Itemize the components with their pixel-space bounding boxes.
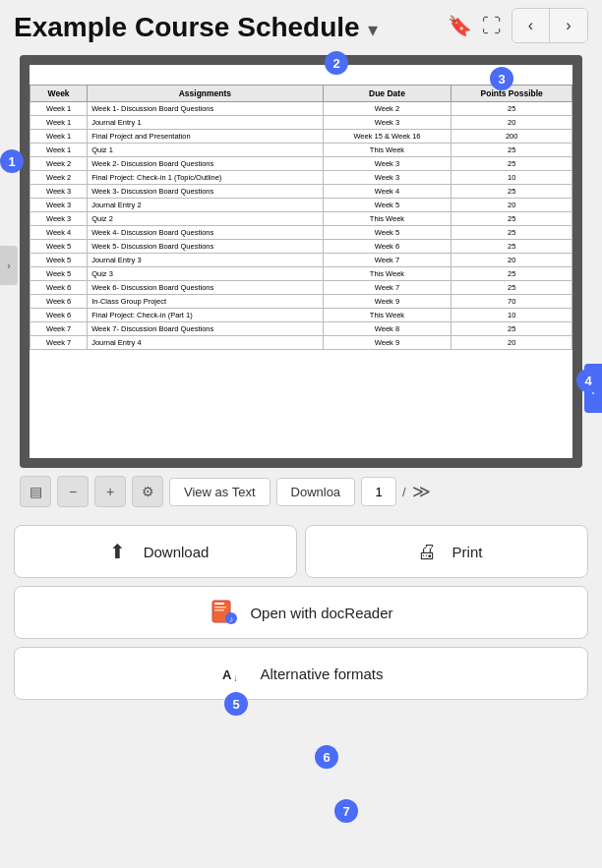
table-cell: Week 3 [30,185,88,199]
svg-rect-1 [214,603,224,605]
schedule-table: Week Assignments Due Date Points Possibl… [30,85,572,350]
table-row: Week 1Journal Entry 1Week 320 [30,116,572,130]
table-cell: 20 [452,336,572,350]
table-cell: 25 [452,267,572,281]
badge-5: 5 [224,692,248,716]
download-button[interactable]: ⬆ Download [14,525,297,578]
table-cell: Quiz 2 [88,212,323,226]
toolbar: ▤ − + ⚙ View as Text Downloa / ≫ [0,468,602,515]
download-print-row: ⬆ Download 🖨 Print [14,525,588,578]
table-row: Week 7Week 7- Discussion Board Questions… [30,322,572,336]
svg-text:A: A [222,667,232,682]
zoom-out-btn[interactable]: − [57,476,89,507]
table-cell: Journal Entry 4 [88,336,323,350]
left-sidebar-toggle[interactable]: › [0,246,18,285]
print-label: Print [452,544,483,560]
settings-btn[interactable]: ⚙ [132,476,163,507]
table-cell: Quiz 3 [88,267,323,281]
table-row: Week 5Quiz 3This Week25 [30,267,572,281]
table-header-row: Week Assignments Due Date Points Possibl… [30,86,572,102]
badge-7: 7 [334,799,358,823]
table-cell: Journal Entry 3 [88,254,323,267]
alt-formats-button[interactable]: A ↓ Alternative formats [14,647,588,700]
zoom-in-btn[interactable]: + [94,476,126,507]
page-separator: / [402,485,406,499]
table-cell: 25 [452,212,572,226]
table-cell: 70 [452,295,572,309]
table-row: Week 1Quiz 1This Week25 [30,144,572,157]
table-cell: 20 [452,116,572,130]
page-title: Example Course Schedule [14,12,360,43]
table-cell: Week 3- Discussion Board Questions [88,185,323,199]
print-icon: 🖨 [411,536,443,567]
table-cell: This Week [323,212,452,226]
view-as-text-button[interactable]: View as Text [169,478,271,506]
download-toolbar-button[interactable]: Downloa [276,478,356,506]
table-cell: Week 1 [30,102,88,116]
table-cell: Final Project: Check-in 1 (Topic/Outline… [88,171,323,185]
badge-4: 4 [576,369,600,392]
table-cell: Week 2 [30,157,88,171]
badge-3: 3 [490,67,513,90]
table-cell: Week 9 [323,336,452,350]
action-buttons-area: ⬆ Download 🖨 Print ♪ Open with docReader… [0,515,602,710]
table-cell: Journal Entry 2 [88,199,323,212]
table-cell: Week 2 [323,102,452,116]
table-cell: Week 8 [323,322,452,336]
col-points: Points Possible [452,86,572,102]
download-icon: ⬆ [102,536,134,567]
table-row: Week 6Week 6- Discussion Board Questions… [30,281,572,295]
table-cell: Week 2 [30,171,88,185]
table-cell: Week 7 [30,336,88,350]
sidebar-toggle-btn[interactable]: ▤ [20,476,51,507]
alt-formats-icon: A ↓ [218,658,250,689]
table-cell: 20 [452,254,572,267]
table-cell: Week 3 [323,157,452,171]
badge-1: 1 [0,149,24,173]
table-row: Week 1Week 1- Discussion Board Questions… [30,102,572,116]
table-cell: In-Class Group Project [88,295,323,309]
col-assignments: Assignments [88,86,323,102]
table-row: Week 7Journal Entry 4Week 920 [30,336,572,350]
table-cell: Week 1 [30,130,88,144]
table-cell: This Week [323,144,452,157]
nav-prev-button[interactable]: ‹ [512,9,550,42]
table-row: Week 1Final Project and PresentationWeek… [30,130,572,144]
chevron-down-icon[interactable]: ▾ [368,18,378,41]
table-cell: Week 2- Discussion Board Questions [88,157,323,171]
table-row: Week 2Final Project: Check-in 1 (Topic/O… [30,171,572,185]
document-content: Week Assignments Due Date Points Possibl… [30,65,572,458]
print-button[interactable]: 🖨 Print [305,525,588,578]
table-cell: Week 5 [30,267,88,281]
table-cell: 20 [452,199,572,212]
table-cell: Week 3 [30,212,88,226]
table-cell: 25 [452,157,572,171]
expand-icon[interactable]: ⛶ [482,15,502,37]
table-cell: Week 4- Discussion Board Questions [88,226,323,240]
table-cell: 25 [452,281,572,295]
table-cell: Week 15 & Week 16 [323,130,452,144]
table-cell: Week 7- Discussion Board Questions [88,322,323,336]
open-docreader-button[interactable]: ♪ Open with docReader [14,586,588,639]
svg-rect-2 [214,607,226,608]
table-row: Week 3Journal Entry 2Week 520 [30,199,572,212]
table-cell: Week 1- Discussion Board Questions [88,102,323,116]
table-cell: 25 [452,226,572,240]
table-row: Week 2Week 2- Discussion Board Questions… [30,157,572,171]
nav-next-button[interactable]: › [550,9,587,42]
next-page-btn[interactable]: ≫ [412,481,431,502]
badge-2: 2 [325,51,348,75]
table-row: Week 3Quiz 2This Week25 [30,212,572,226]
table-row: Week 5Week 5- Discussion Board Questions… [30,240,572,254]
table-cell: Week 5 [30,240,88,254]
table-cell: 25 [452,322,572,336]
page-number-input[interactable] [361,477,396,506]
bookmark-icon[interactable]: 🔖 [448,14,472,37]
table-cell: Week 7 [323,281,452,295]
table-cell: Week 5 [30,254,88,267]
table-cell: 200 [452,130,572,144]
table-cell: Week 4 [30,226,88,240]
table-cell: Final Project: Check-in (Part 1) [88,309,323,322]
table-cell: Week 3 [30,199,88,212]
docreader-label: Open with docReader [250,605,392,621]
